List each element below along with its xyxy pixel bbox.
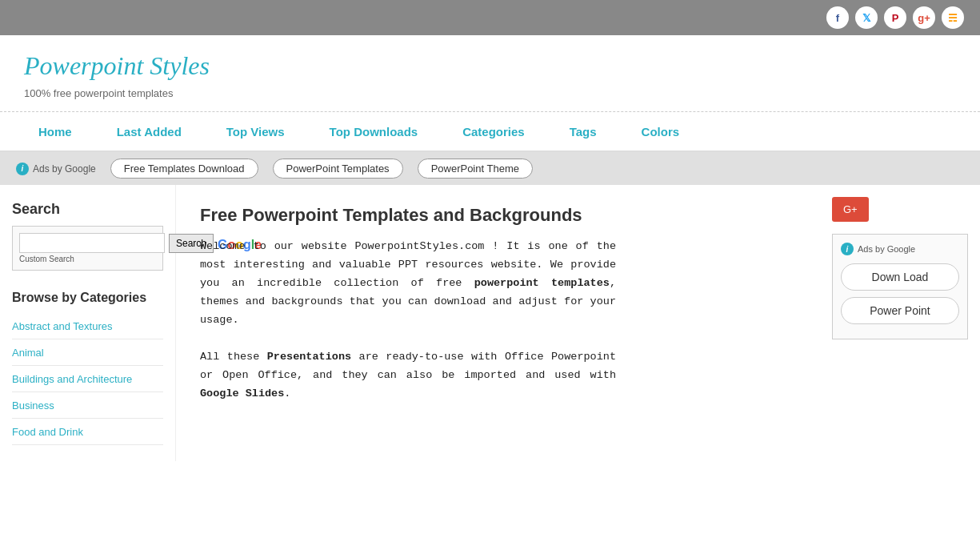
category-business[interactable]: Business bbox=[12, 399, 54, 412]
ads-by-google-label: i Ads by Google bbox=[16, 163, 96, 175]
facebook-icon[interactable]: f bbox=[826, 6, 849, 29]
site-header: Powerpoint Styles 100% free powerpoint t… bbox=[0, 35, 980, 112]
left-sidebar: Search Search G o o g l e Custom Search bbox=[0, 185, 176, 461]
ads-right-text: Ads by Google bbox=[858, 244, 915, 254]
nav-home[interactable]: Home bbox=[16, 125, 94, 139]
site-tagline: 100% free powerpoint templates bbox=[24, 87, 956, 99]
category-buildings[interactable]: Buildings and Architecture bbox=[12, 373, 132, 385]
right-sidebar: G+ i Ads by Google Down Load Power Point bbox=[820, 185, 980, 461]
twitter-icon[interactable]: 𝕏 bbox=[855, 6, 878, 29]
nav-top-downloads[interactable]: Top Downloads bbox=[307, 125, 441, 139]
content-p2-end: . bbox=[284, 387, 290, 399]
category-abstract[interactable]: Abstract and Textures bbox=[12, 320, 113, 332]
main-nav: Home Last Added Top Views Top Downloads … bbox=[0, 112, 980, 152]
content-p2-start: All these bbox=[200, 351, 267, 363]
nav-tags[interactable]: Tags bbox=[547, 125, 619, 139]
category-animal[interactable]: Animal bbox=[12, 347, 44, 359]
powerpoint-button[interactable]: Power Point bbox=[841, 297, 959, 324]
search-title: Search bbox=[12, 201, 163, 218]
ad-pill-3[interactable]: PowerPoint Theme bbox=[418, 159, 533, 179]
search-box: Search G o o g l e Custom Search bbox=[12, 226, 163, 271]
ads-right-info-icon[interactable]: i bbox=[841, 243, 854, 255]
browse-title: Browse by Categories bbox=[12, 291, 163, 305]
search-section: Search Search G o o g l e Custom Search bbox=[12, 201, 163, 271]
content-bold-3: Google Slides bbox=[200, 387, 284, 399]
nav-top-views[interactable]: Top Views bbox=[204, 125, 307, 139]
content-paragraph-2: All these Presentations are ready-to-use… bbox=[200, 348, 616, 403]
content-body: Welcome to our website PowerpointStyles.… bbox=[200, 238, 616, 403]
content-paragraph-1: Welcome to our website PowerpointStyles.… bbox=[200, 238, 616, 330]
content-bold-1: powerpoint templates bbox=[474, 277, 610, 289]
content-bold-2: Presentations bbox=[267, 351, 351, 363]
ads-right-label: i Ads by Google bbox=[841, 243, 959, 255]
download-button[interactable]: Down Load bbox=[841, 263, 959, 291]
nav-last-added[interactable]: Last Added bbox=[94, 125, 204, 139]
browse-section: Browse by Categories Abstract and Textur… bbox=[12, 291, 163, 445]
ad-pill-2[interactable]: PowerPoint Templates bbox=[273, 159, 403, 179]
gplus-icon: G+ bbox=[843, 203, 858, 215]
list-item: Buildings and Architecture bbox=[12, 366, 163, 392]
content-title: Free Powerpoint Templates and Background… bbox=[200, 205, 796, 226]
nav-colors[interactable]: Colors bbox=[619, 125, 702, 139]
search-input-row: Search G o o g l e bbox=[19, 233, 156, 253]
ad-pill-1[interactable]: Free Templates Download bbox=[110, 159, 258, 179]
ads-info-icon[interactable]: i bbox=[16, 163, 29, 175]
category-food-drink[interactable]: Food and Drink bbox=[12, 426, 83, 438]
list-item: Business bbox=[12, 392, 163, 419]
search-input[interactable] bbox=[19, 233, 165, 253]
ads-right-box: i Ads by Google Down Load Power Point bbox=[832, 234, 968, 339]
ads-bar: i Ads by Google Free Templates Download … bbox=[0, 152, 980, 185]
googleplus-icon[interactable]: g+ bbox=[913, 6, 935, 29]
main-content: Free Powerpoint Templates and Background… bbox=[176, 185, 820, 461]
top-bar: f 𝕏 P g+ ☴ bbox=[0, 0, 980, 35]
rss-icon[interactable]: ☴ bbox=[942, 6, 964, 29]
list-item: Animal bbox=[12, 339, 163, 366]
list-item: Food and Drink bbox=[12, 419, 163, 445]
list-item: Abstract and Textures bbox=[12, 313, 163, 339]
custom-search-label: Custom Search bbox=[19, 255, 156, 263]
social-icons-container: f 𝕏 P g+ ☴ bbox=[826, 6, 964, 29]
main-container: Search Search G o o g l e Custom Search bbox=[0, 185, 980, 461]
pinterest-icon[interactable]: P bbox=[884, 6, 906, 29]
site-title[interactable]: Powerpoint Styles bbox=[24, 51, 956, 81]
nav-categories[interactable]: Categories bbox=[440, 125, 547, 139]
ads-by-google-text: Ads by Google bbox=[33, 163, 96, 175]
category-list: Abstract and Textures Animal Buildings a… bbox=[12, 313, 163, 445]
gplus-button[interactable]: G+ bbox=[832, 197, 869, 222]
